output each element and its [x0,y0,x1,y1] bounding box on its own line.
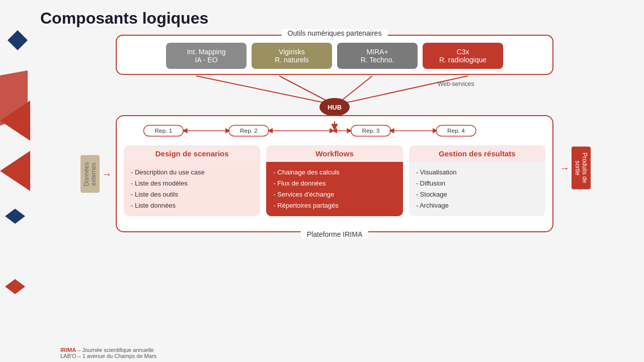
design-list: Description du use case Liste des modèle… [131,167,253,211]
list-item: Services d'échange [273,189,395,200]
gestion-list: Visualisation Diffusion Stockage Archiva… [416,167,538,211]
footer-irima: IRIMA [60,347,76,353]
svg-marker-3 [5,209,25,224]
list-item: Archivage [416,200,538,211]
footer-line2: LAB'O – 1 avenue du Champs de Mars [60,353,156,359]
tool-c3x: C3xR. radiologique [423,43,503,69]
svg-marker-5 [0,70,28,126]
list-item: Diffusion [416,178,538,189]
list-item: Flux de données [273,178,395,189]
svg-marker-1 [0,101,30,141]
svg-line-9 [279,76,333,104]
card-design: Design de scenarios Description du use c… [124,145,260,216]
arrows-area: Web-services HUB [116,75,553,115]
svg-text:Rep. 2: Rep. 2 [240,127,258,134]
svg-text:HUB: HUB [328,104,342,111]
top-section: Outils numériques partenaires Int. Mappi… [116,35,553,75]
list-item: Description du use case [131,167,253,178]
gestion-body: Visualisation Diffusion Stockage Archiva… [409,162,545,216]
svg-marker-0 [8,30,28,50]
tool-vigirisks: VigirisksR. naturels [252,43,332,69]
tools-row: Int. MappingIA - EO VigirisksR. naturels… [124,43,545,69]
workflows-body: Chainage des calculs Flux de données Ser… [266,162,403,216]
platform-section: Plateforme IRIMA Donnéesexternes → → Pro… [116,115,553,232]
footer: IRIMA – Journée scientifique annuelle LA… [60,347,156,359]
svg-marker-4 [5,279,25,294]
card-workflows: Workflows Chainage des calculs Flux de d… [266,145,403,216]
list-item: Liste des outils [131,189,253,200]
columns-row: Design de scenarios Description du use c… [124,145,545,216]
design-header: Design de scenarios [124,145,260,162]
svg-line-8 [196,76,331,104]
svg-text:Web-services: Web-services [438,80,474,87]
svg-text:Rep. 4: Rep. 4 [447,127,465,134]
card-gestion: Gestion des résultats Visualisation Diff… [409,145,545,216]
produits-sortie-label: Produits desortie [572,147,591,190]
list-item: Chainage des calculs [273,167,395,178]
gestion-header: Gestion des résultats [409,145,545,162]
list-item: Visualisation [416,167,538,178]
list-item: Stockage [416,189,538,200]
footer-line1: – Journée scientifique annuelle [76,347,154,353]
platform-label: Plateforme IRIMA [301,230,368,238]
workflows-list: Chainage des calculs Flux de données Ser… [273,167,395,211]
svg-marker-2 [0,151,30,191]
svg-text:Rep. 3: Rep. 3 [362,127,380,134]
svg-text:Rep. 1: Rep. 1 [155,127,173,134]
top-section-label: Outils numériques partenaires [282,29,388,37]
list-item: Liste données [131,200,253,211]
workflows-header: Workflows [266,145,403,162]
list-item: Répertoires partagés [273,200,395,211]
tool-int-mapping: Int. MappingIA - EO [166,43,247,69]
tool-mira: MIRA+R. Techno. [337,43,418,69]
donnees-externes-label: Donnéesexternes [80,155,100,193]
rep-row: Rep. 1 Rep. 2 Rep. 3 [124,121,545,139]
page-title: Composants logiques [40,9,629,28]
list-item: Liste des modèles [131,178,253,189]
design-body: Description du use case Liste des modèle… [124,162,260,216]
